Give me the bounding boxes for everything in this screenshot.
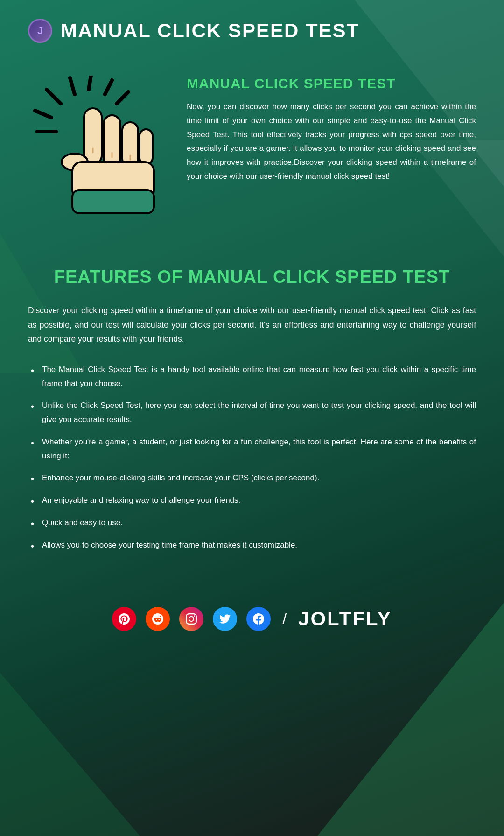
page-title: MANUAL CLICK SPEED TEST (61, 20, 359, 42)
list-item: Unlike the Click Speed Test, here you ca… (28, 399, 476, 427)
list-item: Enhance your mouse-clicking skills and i… (28, 471, 476, 485)
svg-line-0 (47, 90, 61, 104)
features-section: FEATURES OF MANUAL CLICK SPEED TEST Disc… (0, 248, 504, 588)
header: J MANUAL CLICK SPEED TEST (0, 0, 504, 57)
facebook-icon[interactable] (246, 607, 271, 631)
svg-line-3 (70, 78, 75, 94)
decor-triangle-4 (0, 673, 140, 836)
social-footer: / JOLTFLY (0, 588, 504, 654)
svg-rect-10 (140, 129, 153, 164)
logo-letter: J (37, 25, 43, 37)
reddit-icon[interactable] (146, 607, 170, 631)
hero-subtitle: MANUAL CLICK SPEED TEST (187, 76, 476, 91)
features-intro: Discover your clicking speed within a ti… (28, 303, 476, 346)
list-item: Quick and easy to use. (28, 516, 476, 530)
svg-line-1 (35, 111, 51, 118)
svg-line-6 (117, 92, 128, 104)
list-item: An enjoyable and relaxing way to challen… (28, 493, 476, 507)
features-list: The Manual Click Speed Test is a handy t… (28, 363, 476, 552)
svg-line-4 (89, 76, 91, 90)
hand-svg (33, 76, 163, 216)
list-item: The Manual Click Speed Test is a handy t… (28, 363, 476, 391)
list-item: Whether you're a gamer, a student, or ju… (28, 435, 476, 463)
instagram-icon[interactable] (179, 607, 203, 631)
hero-body: Now, you can discover how many clicks pe… (187, 100, 476, 183)
svg-rect-8 (104, 115, 120, 167)
background: J MANUAL CLICK SPEED TEST (0, 0, 504, 836)
svg-line-5 (105, 80, 112, 94)
svg-rect-13 (72, 190, 154, 213)
brand-name: JOLTFLY (298, 608, 392, 630)
hero-text-container: MANUAL CLICK SPEED TEST Now, you can dis… (187, 71, 476, 183)
logo-icon: J (28, 19, 52, 43)
hero-section: MANUAL CLICK SPEED TEST Now, you can dis… (0, 57, 504, 248)
list-item: Allows you to choose your testing time f… (28, 538, 476, 552)
svg-rect-7 (84, 108, 102, 164)
features-title: FEATURES OF MANUAL CLICK SPEED TEST (28, 267, 476, 287)
pinterest-icon[interactable] (112, 607, 136, 631)
social-divider: / (282, 611, 287, 628)
hand-illustration (28, 71, 168, 220)
twitter-icon[interactable] (213, 607, 237, 631)
